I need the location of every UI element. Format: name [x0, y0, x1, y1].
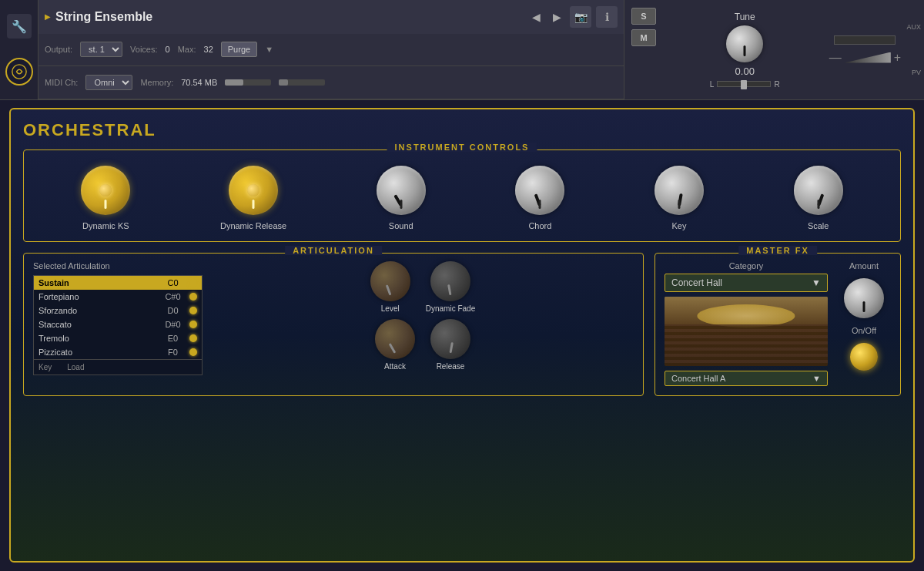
fx-category-value: Concert Hall — [671, 277, 722, 288]
knob-item-key: Key — [654, 166, 704, 230]
release-knob[interactable] — [430, 319, 470, 359]
artic-name-fortepiano: Fortepiano — [38, 292, 159, 301]
knob-item-dynamic-release: Dynamic Release — [220, 166, 286, 230]
main-panel: ORCHESTRAL INSTRUMENT CONTROLS Dynamic K… — [9, 108, 915, 563]
articulation-table: Sustain C0 Fortepiano C#0 Sforzando D0 — [33, 275, 203, 375]
artic-name-staccato: Staccato — [38, 320, 159, 329]
artic-row-staccato[interactable]: Staccato D#0 — [34, 317, 202, 331]
articulation-title: ARTICULATION — [285, 246, 382, 255]
tune-panel: Tune 0.00 L R — [663, 0, 826, 99]
scale-knob[interactable] — [794, 166, 843, 215]
release-label: Release — [437, 362, 465, 371]
dynamic-ks-label: Dynamic KS — [82, 221, 129, 230]
settings-icon[interactable]: 🔧 — [7, 14, 32, 39]
knob-item-release: Release — [430, 319, 470, 371]
max-label: Max: — [178, 45, 196, 54]
dynamic-release-knob[interactable] — [229, 166, 278, 215]
memory-value: 70.54 MB — [181, 78, 217, 87]
key-knob[interactable] — [654, 166, 704, 215]
instrument-controls-section: INSTRUMENT CONTROLS Dynamic KS Dynamic R… — [23, 149, 901, 242]
chord-knob[interactable] — [515, 166, 564, 215]
sound-knob[interactable] — [377, 166, 426, 215]
fx-onoff-led[interactable] — [850, 343, 878, 371]
sound-label: Sound — [389, 221, 413, 230]
s-button[interactable]: S — [631, 8, 656, 25]
key-label: Key — [672, 221, 687, 230]
level-label: Level — [381, 304, 400, 313]
artic-led-staccato — [189, 321, 197, 328]
output-dropdown[interactable]: st. 1 — [80, 42, 122, 57]
aux-label: AUX — [906, 23, 921, 31]
camera-icon[interactable]: 📷 — [570, 6, 591, 28]
artic-row-sforzando[interactable]: Sforzando D0 — [34, 304, 202, 317]
dynamic-fade-knob[interactable] — [430, 261, 470, 301]
tune-value: 0.00 — [735, 65, 755, 77]
m-button[interactable]: M — [631, 29, 656, 46]
concert-hall-image — [665, 297, 828, 366]
midi-dropdown[interactable]: Omni — [85, 75, 132, 90]
tune-knob[interactable] — [726, 25, 763, 62]
expand-icon[interactable]: ▶ — [45, 12, 51, 21]
info-icon[interactable]: ℹ — [596, 6, 618, 28]
knobs-row: Dynamic KS Dynamic Release Sound — [36, 158, 888, 230]
artic-key-sforzando: D0 — [159, 306, 186, 315]
knob-item-dynamic-fade: Dynamic Fade — [426, 261, 475, 313]
artic-row-sustain[interactable]: Sustain C0 — [34, 276, 202, 290]
fx-sub-dropdown[interactable]: Concert Hall A ▼ — [665, 371, 828, 386]
artic-row-fortepiano[interactable]: Fortepiano C#0 — [34, 290, 202, 304]
artic-knobs-bot-row: Attack Release — [375, 319, 470, 371]
fx-dropdown-arrow-icon: ▼ — [812, 277, 821, 288]
scale-label: Scale — [808, 221, 829, 230]
artic-led-pizzicato — [189, 348, 197, 356]
instrument-name: String Ensemble — [55, 10, 524, 24]
aux-pv-panel: AUX PV — [903, 0, 924, 99]
vol-up-icon: + — [894, 51, 901, 65]
knob-item-attack: Attack — [375, 319, 415, 371]
logo-icon — [5, 58, 33, 86]
attack-knob[interactable] — [375, 319, 415, 359]
articulation-section: ARTICULATION Selected Articulation Susta… — [23, 253, 644, 396]
artic-footer: Key Load — [34, 359, 202, 375]
artic-row-pizzicato[interactable]: Pizzicato F0 — [34, 345, 202, 359]
volume-ramp[interactable] — [845, 52, 891, 63]
nav-next-icon[interactable]: ▶ — [549, 9, 565, 25]
memory-label: Memory: — [140, 78, 173, 87]
sidebar-icons: 🔧 — [0, 0, 38, 99]
artic-led-fortepiano — [189, 293, 197, 301]
masterfx-section: MASTER FX Category Concert Hall ▼ Concer… — [654, 253, 901, 396]
artic-knobs-top-row: Level Dynamic Fade — [370, 261, 475, 313]
volume-controls: — + — [829, 51, 901, 65]
fx-amount-knob[interactable] — [844, 278, 884, 318]
articulation-inner: Selected Articulation Sustain C0 Fortepi… — [33, 261, 634, 375]
nav-prev-icon[interactable]: ◀ — [528, 9, 544, 25]
pan-slider[interactable] — [717, 81, 771, 87]
level-knob[interactable] — [370, 261, 410, 301]
masterfx-inner: Category Concert Hall ▼ Concert Hall A ▼ — [665, 261, 891, 386]
midi-label: MIDI Ch: — [45, 78, 78, 87]
bottom-row: ARTICULATION Selected Articulation Susta… — [23, 253, 901, 396]
pan-right-label: R — [774, 80, 779, 89]
top-bar-main: ▶ String Ensemble ◀ ▶ 📷 ℹ Output: st. 1 … — [38, 0, 624, 99]
fx-subcategory-value: Concert Hall A — [671, 374, 725, 383]
memory-bar — [225, 79, 271, 86]
hall-seats — [665, 324, 828, 366]
orchestral-title: ORCHESTRAL — [23, 120, 901, 140]
fx-category-dropdown[interactable]: Concert Hall ▼ — [665, 274, 828, 292]
midi-row: MIDI Ch: Omni Memory: 70.54 MB — [38, 66, 624, 99]
dynamic-ks-knob[interactable] — [81, 166, 130, 215]
output-row: Output: st. 1 Voices: 0 Max: 32 Purge ▼ — [38, 34, 624, 67]
artic-key-staccato: D#0 — [159, 320, 186, 329]
output-label: Output: — [45, 45, 72, 54]
purge-button[interactable]: Purge — [221, 42, 257, 57]
vol-down-icon: — — [829, 51, 842, 65]
voices-value: 0 — [166, 45, 170, 54]
artic-led-tremolo — [189, 334, 197, 342]
artic-key-pizzicato: F0 — [159, 348, 186, 357]
artic-key-tremolo: E0 — [159, 334, 186, 343]
knob-item-sound: Sound — [377, 166, 426, 230]
s-m-panel: S M — [624, 0, 663, 99]
chord-label: Chord — [528, 221, 551, 230]
dynamic-release-label: Dynamic Release — [220, 221, 286, 230]
artic-row-tremolo[interactable]: Tremolo E0 — [34, 331, 202, 345]
artic-name-sforzando: Sforzando — [38, 306, 159, 315]
